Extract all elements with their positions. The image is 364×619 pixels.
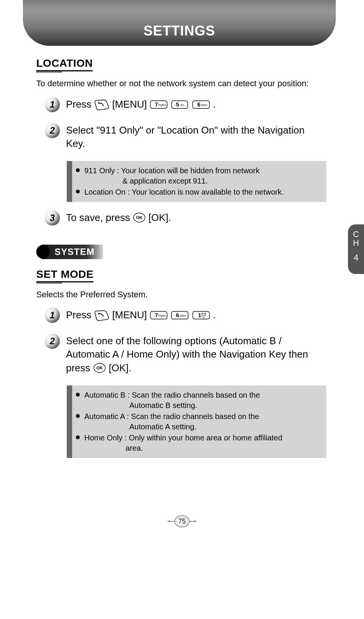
step-number-icon: 2 [44,333,61,350]
key-7-icon: 7PQRS [150,310,168,321]
key-6-icon: 6MNO [192,99,210,110]
menu-label: [MENU] [112,309,147,321]
setmode-intro: Selects the Preferred System. [36,289,326,300]
section-location: LOCATION To determine whether or not the… [36,57,326,226]
svg-point-25 [203,317,204,318]
svg-point-2 [98,102,100,104]
page: SETTINGS C H 4 LOCATION To determine whe… [0,0,364,619]
period: . [213,309,216,321]
bullet-icon [76,168,80,172]
chapter-tab: C H 4 [348,224,364,274]
menu-label: [MENU] [112,98,147,110]
step-number-icon: 1 [44,307,61,324]
key-5-icon: 5JKL [171,99,189,110]
svg-text:2: 2 [49,336,55,346]
note-line: Home Only : Only within your home area o… [84,433,321,453]
svg-text:PQRS: PQRS [158,314,166,318]
note-text-cont: area. [84,443,143,453]
note-text-cont: & application except 911. [84,176,208,186]
page-number-text: 75 [178,517,186,525]
chapter-tab-h: H [353,239,359,247]
svg-text:OK: OK [136,215,143,220]
note-line: Automatic A : Scan the radio channels ba… [84,411,321,432]
svg-text:5: 5 [176,101,179,108]
note-text: Automatic B : Scan the radio channels ba… [84,391,260,399]
bullet-icon [76,435,80,439]
content-area: LOCATION To determine whether or not the… [36,57,326,467]
note-line: Location On : Your location is now avail… [84,187,321,197]
step-text: Press [MENU] 7PQRS 6MNO 1 . [66,308,326,322]
key-6-icon: 6MNO [171,310,189,321]
step-number-icon: 2 [44,122,61,139]
svg-text:1: 1 [50,310,55,320]
step-number-icon: 3 [44,210,61,226]
location-intro: To determine whether or not the network … [36,78,326,89]
svg-text:1: 1 [50,99,55,110]
header-banner: SETTINGS [23,0,336,46]
section-setmode: SET MODE Selects the Preferred System. 1… [36,268,326,458]
svg-text:6: 6 [176,312,179,318]
note-text: 911 Only : Your location will be hidden … [84,166,259,175]
svg-text:MNO: MNO [201,104,208,106]
system-tag-label: SYSTEM [48,245,103,259]
press-label: Press [66,309,91,321]
svg-text:JKL: JKL [180,104,185,106]
key-1-icon: 1 [192,310,210,321]
svg-marker-30 [168,520,170,522]
system-tag: SYSTEM [36,245,326,259]
ok-label: [OK]. [148,212,171,223]
setmode-step-2: 2 Select one of the following options (A… [44,334,326,374]
ok-key-icon: OK [93,362,106,374]
svg-point-18 [98,313,100,314]
svg-text:7: 7 [155,101,158,108]
ok-key-icon: OK [133,212,146,223]
bullet-icon [76,414,80,418]
page-title: SETTINGS [143,23,215,39]
step-text: Select "911 Only" or "Location On" with … [66,124,326,150]
bullet-icon [76,190,80,193]
period: . [213,98,216,110]
softkey-left-icon [94,309,112,321]
note-body: Automatic B : Scan the radio channels ba… [72,385,326,458]
softkey-left-icon [94,98,112,110]
bullet-icon [76,393,80,397]
note-body: 911 Only : Your location will be hidden … [72,161,326,202]
heading-location: LOCATION [36,57,93,71]
svg-text:MNO: MNO [180,314,186,317]
press-label: Press [66,98,91,110]
press-label: To save, press [66,212,130,223]
svg-text:OK: OK [97,366,103,370]
note-sidebar [67,161,72,202]
svg-rect-5 [172,101,188,108]
note-text-cont: Automatic A setting. [84,422,196,432]
svg-text:PQRS: PQRS [158,104,166,107]
page-number: 75 [167,514,197,529]
location-step-1: 1 Press [MENU] 7PQRS 5JKL [44,98,326,113]
location-step-3: 3 To save, press OK [OK]. [44,211,326,226]
note-text: Automatic A : Scan the radio channels ba… [84,412,259,421]
svg-text:6: 6 [197,101,200,108]
svg-text:2: 2 [49,125,55,135]
system-dot-icon [36,245,50,259]
key-7-icon: 7PQRS [150,99,168,110]
step-text: To save, press OK [OK]. [66,211,326,224]
location-note-box: 911 Only : Your location will be hidden … [67,161,326,202]
svg-text:7: 7 [155,312,158,318]
chapter-tab-num: 4 [354,253,358,263]
note-line: Automatic B : Scan the radio channels ba… [84,390,321,411]
svg-marker-33 [194,520,196,522]
note-line: 911 Only : Your location will be hidden … [84,166,321,186]
setmode-step-1: 1 Press [MENU] 7PQRS 6MNO [44,308,326,324]
svg-text:3: 3 [50,213,55,223]
chapter-tab-c: C [353,230,359,239]
setmode-note-box: Automatic B : Scan the radio channels ba… [67,385,326,458]
note-text-cont: Automatic B setting. [84,400,197,411]
heading-setmode: SET MODE [36,268,93,282]
location-step-2: 2 Select "911 Only" or "Location On" wit… [44,124,326,150]
note-sidebar [67,385,72,458]
note-text: Home Only : Only within your home area o… [84,434,282,442]
step-text: Select one of the following options (Aut… [66,334,326,374]
svg-text:1: 1 [198,312,201,318]
ok-label: [OK]. [109,362,131,374]
step-text: Press [MENU] 7PQRS 5JKL 6MNO . [66,98,326,111]
